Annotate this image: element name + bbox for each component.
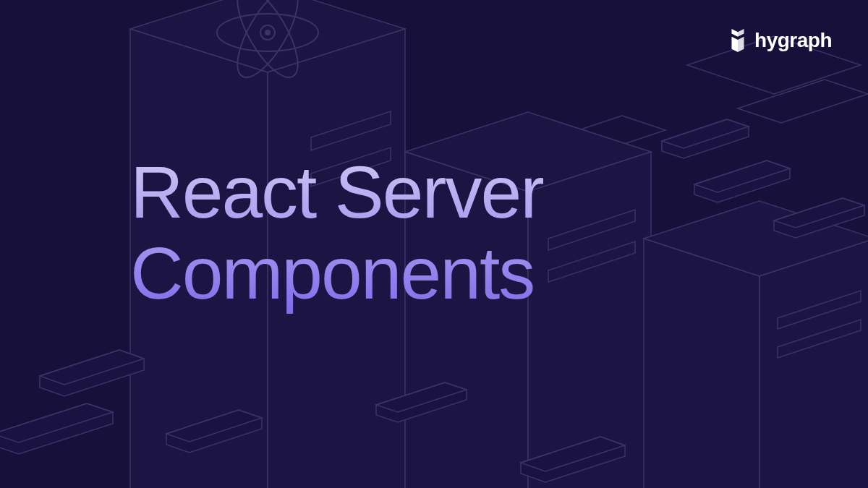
hygraph-logo-icon — [728, 29, 747, 52]
brand-name: hygraph — [754, 29, 832, 52]
headline-line-1: React Server — [130, 151, 543, 234]
server-tower-right — [644, 201, 868, 488]
brand-logo: hygraph — [728, 29, 832, 52]
headline-line-2: Components — [130, 232, 534, 314]
headline: React Server Components — [130, 152, 543, 314]
svg-point-4 — [265, 30, 271, 35]
